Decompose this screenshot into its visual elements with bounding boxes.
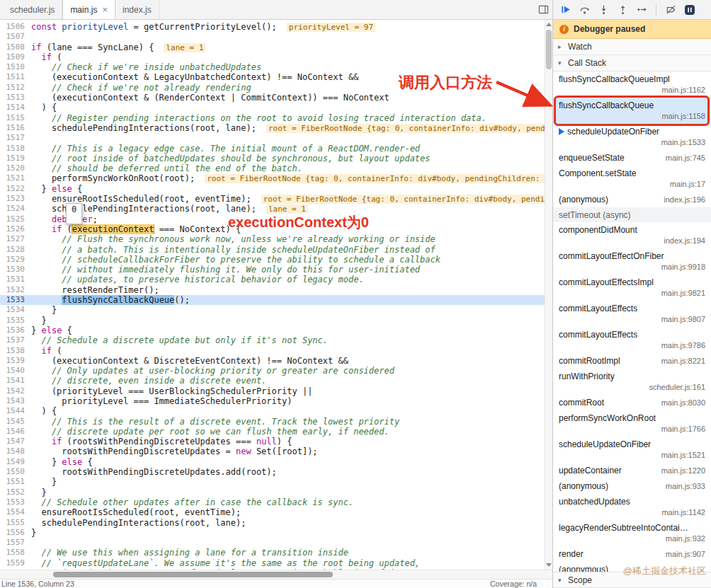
- line-number[interactable]: 1522: [0, 184, 28, 194]
- call-stack-frame[interactable]: (anonymous)index.js:196: [553, 192, 711, 207]
- call-stack-frame[interactable]: runWithPriorityscheduler.js:161: [553, 369, 711, 395]
- line-number[interactable]: 1559: [0, 558, 28, 568]
- call-stack-frame[interactable]: commitLayoutEffectsmain.js:9786: [553, 327, 711, 353]
- frame-location[interactable]: main.js:1766: [559, 424, 705, 434]
- frame-location[interactable]: main.js:9807: [559, 314, 705, 325]
- frame-location[interactable]: main.js:1142: [559, 507, 705, 518]
- line-number[interactable]: 1556: [0, 528, 28, 538]
- call-stack-frame[interactable]: rendermain.js:907: [553, 546, 711, 562]
- line-number[interactable]: 1533: [0, 295, 28, 305]
- line-number[interactable]: 1531: [0, 275, 28, 284]
- horizontal-scrollbar[interactable]: [0, 570, 552, 579]
- call-stack-frame[interactable]: performSyncWorkOnRootmain.js:1766: [553, 410, 711, 437]
- line-number[interactable]: 1545: [0, 417, 28, 427]
- frame-location[interactable]: main.js:932: [559, 534, 705, 544]
- line-number[interactable]: 1530: [0, 265, 28, 275]
- line-number[interactable]: 1537: [0, 335, 28, 345]
- pause-on-exceptions-button[interactable]: [683, 4, 696, 16]
- frame-location[interactable]: main.js:17: [559, 179, 705, 190]
- call-stack-frame[interactable]: commitLayoutEffectsmain.js:9807: [553, 301, 711, 327]
- line-number[interactable]: 1541: [0, 376, 28, 386]
- tab-index.js[interactable]: index.js: [115, 0, 159, 19]
- call-stack-frame[interactable]: unbatchedUpdatesmain.js:1142: [553, 494, 711, 520]
- scroll-up-arrow-icon[interactable]: [546, 23, 552, 26]
- call-stack-frame[interactable]: commitLayoutEffectsImplmain.js:9821: [553, 275, 711, 301]
- line-number[interactable]: 1548: [0, 446, 28, 456]
- call-stack-frame[interactable]: flushSyncCallbackQueuemain.js:1158: [553, 98, 711, 124]
- line-number[interactable]: 1546: [0, 427, 28, 437]
- frame-location[interactable]: main.js:933: [666, 481, 705, 492]
- line-number[interactable]: 1547: [0, 437, 28, 446]
- horizontal-scroll-thumb[interactable]: [53, 572, 333, 577]
- call-stack-frame[interactable]: (anonymous): [553, 562, 711, 572]
- call-stack-frame[interactable]: flushSyncCallbackQueueImplmain.js:1162: [553, 71, 711, 98]
- line-number[interactable]: 1540: [0, 366, 28, 376]
- line-number[interactable]: 1551: [0, 477, 28, 487]
- frame-location[interactable]: main.js:907: [666, 549, 705, 560]
- line-number[interactable]: 1521: [0, 173, 28, 183]
- deactivate-breakpoints-button[interactable]: [664, 4, 677, 16]
- watch-section-header[interactable]: Watch: [553, 39, 711, 55]
- frame-location[interactable]: main.js:1162: [559, 85, 705, 96]
- line-number[interactable]: 1539: [0, 356, 28, 366]
- line-number[interactable]: 1549: [0, 457, 28, 467]
- call-stack-section-header[interactable]: Call Stack: [553, 55, 711, 71]
- call-stack-frame[interactable]: legacyRenderSubtreeIntoContai…main.js:93…: [553, 520, 711, 546]
- frame-location[interactable]: main.js:9821: [559, 288, 705, 299]
- frame-location[interactable]: main.js:1521: [559, 450, 705, 461]
- line-number[interactable]: 1555: [0, 518, 28, 528]
- line-number[interactable]: 1553: [0, 497, 28, 507]
- line-number[interactable]: 1557: [0, 538, 28, 548]
- line-number[interactable]: 1517: [0, 133, 28, 143]
- toggle-debugger-sidebar-icon[interactable]: [534, 0, 552, 19]
- step-button[interactable]: [635, 4, 648, 16]
- call-stack-frame[interactable]: scheduleUpdateOnFibermain.js:1521: [553, 437, 711, 463]
- call-stack-frame[interactable]: commitRootmain.js:8030: [553, 395, 711, 410]
- vertical-scrollbar[interactable]: [545, 20, 552, 570]
- line-number[interactable]: 1523: [0, 194, 28, 204]
- tab-scheduler.js[interactable]: scheduler.js: [3, 0, 62, 19]
- line-number[interactable]: 1510: [0, 62, 28, 72]
- tab-close-icon[interactable]: ×: [102, 5, 108, 14]
- frame-location[interactable]: scheduler.js:161: [559, 382, 705, 393]
- line-number[interactable]: 1534: [0, 305, 28, 315]
- line-number[interactable]: 1512: [0, 83, 28, 93]
- line-number[interactable]: 1527: [0, 234, 28, 244]
- frame-location[interactable]: main.js:1220: [661, 466, 705, 476]
- line-number[interactable]: 1542: [0, 386, 28, 396]
- frame-location[interactable]: main.js:1533: [559, 137, 705, 148]
- step-out-button[interactable]: [616, 4, 629, 16]
- frame-location[interactable]: main.js:9918: [559, 262, 705, 272]
- call-stack-frame[interactable]: scheduleUpdateOnFibermain.js:1533: [553, 124, 711, 150]
- call-stack-frame[interactable]: componentDidMountindex.js:194: [553, 222, 711, 248]
- call-stack-frame[interactable]: enqueueSetStatemain.js:745: [553, 150, 711, 166]
- line-number[interactable]: 1519: [0, 154, 28, 163]
- line-number[interactable]: 1552: [0, 488, 28, 497]
- line-number[interactable]: 1514: [0, 103, 28, 113]
- line-number[interactable]: 1526: [0, 224, 28, 234]
- frame-location[interactable]: index.js:196: [664, 195, 705, 205]
- line-number[interactable]: 1518: [0, 144, 28, 154]
- line-number[interactable]: 1516: [0, 123, 28, 133]
- scope-section-header[interactable]: Scope: [553, 572, 711, 588]
- line-number[interactable]: 1509: [0, 52, 28, 62]
- call-stack-frame[interactable]: commitLayoutEffectOnFibermain.js:9918: [553, 248, 711, 275]
- line-number[interactable]: 1528: [0, 245, 28, 255]
- resume-button[interactable]: [559, 4, 571, 16]
- frame-location[interactable]: main.js:1158: [559, 111, 705, 122]
- line-number[interactable]: 1508: [0, 42, 28, 52]
- line-number[interactable]: 1554: [0, 507, 28, 517]
- call-stack-frame[interactable]: commitRootImplmain.js:8221: [553, 353, 711, 369]
- line-number[interactable]: 1558: [0, 548, 28, 558]
- line-number[interactable]: 1538: [0, 346, 28, 356]
- line-number[interactable]: 1515: [0, 113, 28, 123]
- step-into-button[interactable]: [597, 4, 610, 16]
- code-editor[interactable]: 1506const priorityLevel = getCurrentPrio…: [0, 20, 552, 588]
- tab-main.js[interactable]: main.js×: [62, 0, 115, 19]
- frame-location[interactable]: main.js:9786: [559, 340, 705, 351]
- line-number[interactable]: 1507: [0, 32, 28, 42]
- scroll-down-arrow-icon[interactable]: [546, 563, 552, 567]
- line-number[interactable]: 1520: [0, 163, 28, 173]
- frame-location[interactable]: main.js:745: [666, 153, 705, 163]
- line-number[interactable]: 1513: [0, 93, 28, 103]
